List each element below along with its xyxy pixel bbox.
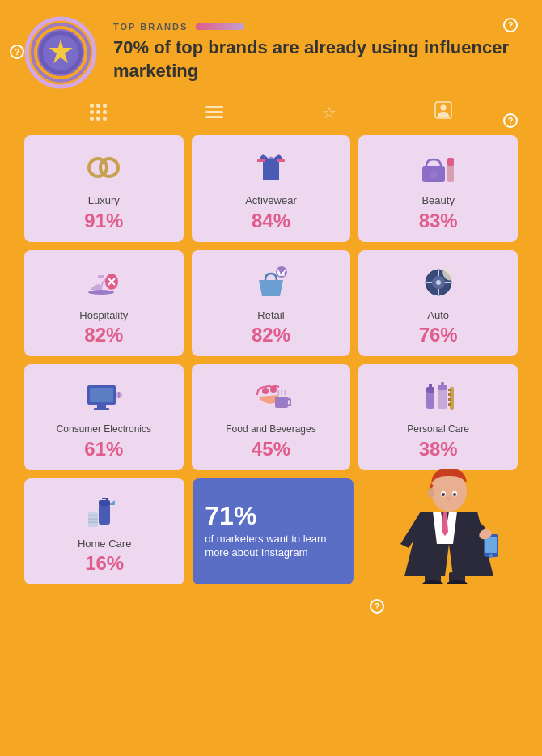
nav-item-grid[interactable]	[90, 104, 108, 121]
consumer-electronics-percent: 61%	[84, 438, 123, 461]
card-activewear: Activewear 84%	[192, 135, 351, 242]
svg-rect-13	[447, 158, 454, 166]
header-title: 70% of top brands are already using infl…	[113, 36, 518, 83]
retail-icon	[248, 262, 293, 303]
svg-rect-52	[99, 504, 110, 525]
home-care-icon	[83, 491, 127, 531]
svg-rect-34	[94, 408, 109, 410]
svg-rect-9	[257, 159, 265, 162]
question-mark-instagram[interactable]: ?	[370, 599, 384, 614]
card-hospitality: Hospitality 82%	[24, 250, 184, 357]
svg-rect-48	[448, 389, 451, 391]
svg-rect-50	[448, 398, 451, 401]
header-text: TOP BRANDS 70% of top brands are already…	[113, 22, 518, 83]
svg-point-39	[270, 386, 277, 393]
svg-rect-49	[448, 393, 451, 396]
personal-care-icon	[416, 376, 460, 417]
svg-point-8	[100, 159, 118, 176]
svg-point-14	[430, 171, 438, 179]
person-illustration	[364, 447, 526, 584]
svg-rect-53	[99, 500, 110, 506]
cards-grid: Luxury 91% Activewear 84%	[24, 135, 518, 470]
question-mark-header-right[interactable]: ?	[503, 18, 518, 32]
svg-point-60	[489, 554, 493, 558]
svg-rect-40	[275, 397, 288, 408]
nav-star-icon: ☆	[322, 103, 337, 122]
personal-care-label: Personal Care	[407, 423, 469, 435]
card-food-beverages: Food and Beverages 45%	[192, 364, 351, 469]
badge-circle	[24, 16, 97, 89]
retail-label: Retail	[257, 309, 284, 322]
food-beverages-percent: 45%	[252, 438, 290, 461]
luxury-icon	[82, 147, 126, 188]
home-care-label: Home Care	[78, 537, 131, 550]
card-beauty: Beauty 83%	[358, 135, 518, 242]
card-retail: Retail 82%	[192, 250, 351, 357]
nav-item-person[interactable]	[434, 101, 452, 123]
retail-percent: 82%	[252, 324, 290, 346]
svg-rect-41	[426, 391, 434, 409]
svg-rect-33	[97, 405, 106, 408]
svg-rect-59	[485, 537, 497, 553]
svg-point-6	[441, 105, 447, 111]
card-consumer-electronics: Consumer Electronics 61%	[24, 364, 184, 469]
luxury-label: Luxury	[88, 194, 120, 207]
top-brands-bar	[196, 23, 244, 30]
top-brands-label: TOP BRANDS	[113, 22, 518, 32]
nav-item-list[interactable]	[205, 106, 223, 118]
hospitality-label: Hospitality	[79, 309, 128, 322]
svg-rect-12	[447, 164, 454, 182]
activewear-icon	[248, 147, 293, 188]
svg-point-38	[262, 388, 269, 394]
svg-rect-16	[98, 275, 104, 278]
top-brands-text: TOP BRANDS	[113, 22, 188, 32]
food-beverages-icon	[248, 376, 293, 417]
beauty-percent: 83%	[419, 210, 458, 232]
consumer-electronics-label: Consumer Electronics	[57, 423, 151, 435]
activewear-percent: 84%	[252, 210, 290, 232]
instagram-percent: 71%	[205, 503, 256, 529]
nav-person-icon	[434, 101, 452, 123]
svg-rect-54	[88, 512, 98, 527]
bottom-row: Home Care 16% 71% of marketers want to l…	[24, 478, 518, 585]
nav-row: ☆	[24, 101, 518, 123]
activewear-label: Activewear	[245, 194, 297, 207]
svg-point-67	[453, 493, 456, 496]
auto-percent: 76%	[419, 324, 458, 346]
svg-point-15	[88, 290, 114, 295]
svg-rect-43	[429, 384, 432, 388]
nav-item-star[interactable]: ☆	[322, 103, 337, 122]
auto-label: Auto	[427, 309, 449, 322]
svg-rect-44	[438, 389, 447, 409]
luxury-percent: 91%	[84, 210, 123, 232]
card-home-care: Home Care 16%	[24, 478, 184, 585]
svg-rect-51	[448, 403, 451, 406]
page-wrapper: ? ? ? ? TOP BRANDS 70% of top brands are…	[0, 0, 542, 756]
svg-point-25	[436, 280, 441, 285]
nav-dots-icon	[90, 104, 108, 121]
svg-rect-32	[90, 388, 113, 402]
question-mark-left[interactable]: ?	[10, 45, 24, 59]
consumer-electronics-icon	[82, 376, 126, 417]
card-luxury: Luxury 91%	[24, 135, 184, 242]
nav-lines-icon	[205, 106, 223, 118]
beauty-icon	[416, 147, 460, 188]
home-care-percent: 16%	[85, 552, 124, 575]
svg-rect-10	[277, 159, 285, 162]
svg-rect-46	[441, 382, 444, 386]
hospitality-percent: 82%	[84, 324, 123, 346]
food-beverages-label: Food and Beverages	[226, 423, 315, 435]
svg-rect-42	[426, 387, 434, 393]
svg-point-66	[442, 493, 445, 496]
beauty-label: Beauty	[421, 194, 454, 207]
hospitality-icon	[82, 262, 126, 303]
auto-icon	[416, 262, 460, 303]
svg-point-63	[428, 488, 434, 498]
card-instagram: 71% of marketers want to learn more abou…	[193, 478, 353, 585]
card-auto: Auto 76%	[358, 250, 518, 357]
instagram-text: of marketers want to learn more about In…	[205, 533, 341, 560]
header: TOP BRANDS 70% of top brands are already…	[24, 16, 518, 89]
